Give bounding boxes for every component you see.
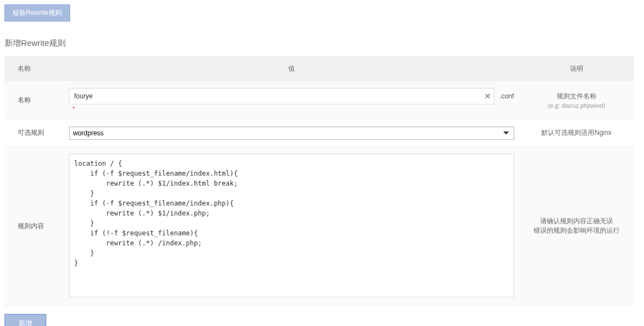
row-content: 规则内容 location / { if (-f $request_filena… [4,146,634,306]
content-desc-line2: 错误的规则会影响环境的运行 [523,226,630,235]
required-star: * [72,105,75,113]
form-table: 名称 值 说明 名称 ✕ .conf * 规则文件名称 (e.g: discuz… [4,56,634,306]
label-content: 规则内容 [4,146,65,306]
th-desc: 说明 [519,56,634,81]
row-name: 名称 ✕ .conf * 规则文件名称 (e.g: discuz,phpwind… [4,81,634,119]
label-name: 名称 [4,81,65,119]
name-desc-eg: (e.g: discuz,phpwind) [523,102,630,109]
th-name: 名称 [4,56,65,81]
name-suffix: .conf [500,92,514,100]
add-button[interactable]: 新增 [4,314,46,326]
optional-desc: 默认可选规则适用Nginx [541,129,611,136]
optional-select[interactable]: wordpress [69,127,514,140]
validate-button[interactable]: 校验Rewrite规则 [4,4,70,22]
section-title: 新增Rewrite规则 [4,38,640,49]
clear-icon[interactable]: ✕ [484,92,491,100]
name-desc-title: 规则文件名称 [557,92,597,100]
name-input[interactable] [69,88,494,104]
th-value: 值 [65,56,519,81]
label-optional: 可选规则 [4,119,65,146]
content-desc-line1: 请确认规则内容正确无误 [523,217,630,226]
row-optional: 可选规则 wordpress 默认可选规则适用Nginx [4,119,634,146]
content-textarea[interactable]: location / { if (-f $request_filename/in… [69,154,514,297]
